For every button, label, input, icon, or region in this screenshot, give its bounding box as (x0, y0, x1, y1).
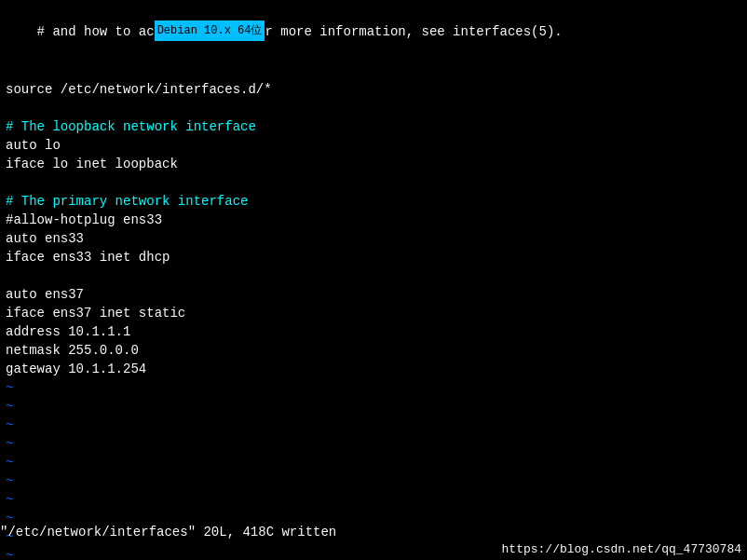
line-10: #allow-hotplug ens33 (6, 211, 741, 229)
line-1-before: # and how to ac (37, 24, 155, 39)
line-15: iface ens37 inet static (6, 304, 741, 322)
line-5: # The loopback network interface (6, 117, 741, 136)
line-11: auto ens33 (6, 229, 741, 248)
tilde-3: ~ (6, 416, 741, 434)
tilde-1: ~ (6, 378, 741, 397)
line-3: source /etc/network/interfaces.d/* (6, 80, 741, 99)
line-7: iface lo inet loopback (6, 155, 741, 173)
watermark: https://blog.csdn.net/qq_47730784 (502, 542, 741, 556)
tilde-4: ~ (6, 434, 741, 453)
tilde-2: ~ (6, 397, 741, 416)
line-12: iface ens33 inet dhcp (6, 248, 741, 266)
tilde-6: ~ (6, 471, 741, 490)
line-4 (6, 99, 741, 117)
written-status: "/etc/network/interfaces" 20L, 418C writ… (0, 523, 747, 541)
terminal-window: # and how to acDebian 10.x 64位r more inf… (0, 0, 747, 560)
line-13 (6, 266, 741, 285)
line-14: auto ens37 (6, 285, 741, 304)
tilde-7: ~ (6, 490, 741, 509)
line-1-after: r more information, see interfaces(5). (265, 24, 562, 39)
line-1: # and how to acDebian 10.x 64位r more inf… (6, 4, 741, 61)
line-8 (6, 173, 741, 192)
line-9: # The primary network interface (6, 192, 741, 211)
line-6: auto lo (6, 136, 741, 155)
line-2 (6, 61, 741, 80)
line-18: gateway 10.1.1.254 (6, 360, 741, 378)
tilde-5: ~ (6, 453, 741, 471)
tooltip-debian: Debian 10.x 64位 (155, 20, 265, 41)
line-17: netmask 255.0.0.0 (6, 341, 741, 360)
line-16: address 10.1.1.1 (6, 322, 741, 341)
